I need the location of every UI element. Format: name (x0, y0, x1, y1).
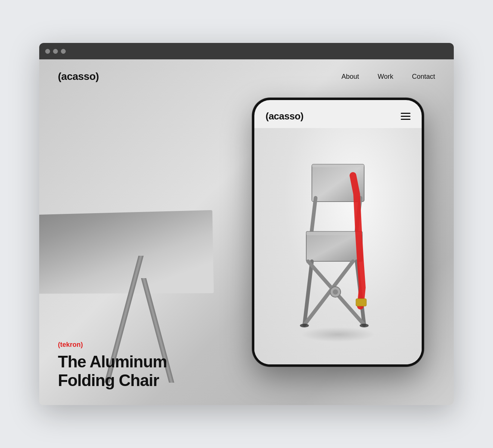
nav-about[interactable]: About (341, 73, 359, 81)
browser-chrome (39, 43, 454, 59)
svg-rect-4 (306, 231, 362, 261)
hero-text: (tekron) The Aluminum Folding Chair (58, 341, 167, 390)
table-surface (39, 210, 214, 294)
maximize-button[interactable] (61, 49, 66, 54)
phone-inner: (acasso) (254, 100, 422, 364)
category-label: (tekron) (58, 341, 167, 349)
hero-title-line1: The Aluminum (58, 352, 167, 371)
traffic-lights (45, 49, 66, 54)
website-content: (acasso) About Work Contact (tekron) The… (39, 59, 454, 405)
svg-point-12 (300, 324, 309, 327)
svg-rect-14 (356, 299, 366, 306)
hamburger-line-3 (401, 119, 410, 120)
svg-point-13 (360, 324, 369, 327)
hamburger-line-1 (401, 113, 410, 114)
phone-logo: (acasso) (266, 111, 304, 122)
nav-contact[interactable]: Contact (412, 73, 435, 81)
browser-window: (acasso) About Work Contact (tekron) The… (39, 43, 454, 405)
nav-links: About Work Contact (341, 73, 435, 81)
minimize-button[interactable] (53, 49, 58, 54)
svg-rect-1 (312, 164, 364, 167)
navigation: (acasso) About Work Contact (39, 59, 454, 94)
hero-title-line2: Folding Chair (58, 371, 159, 389)
nav-logo[interactable]: (acasso) (58, 71, 99, 83)
phone-nav: (acasso) (254, 100, 422, 128)
hamburger-menu-icon[interactable] (401, 113, 410, 120)
close-button[interactable] (45, 49, 50, 54)
svg-rect-5 (306, 231, 362, 235)
phone-mockup: (acasso) (252, 98, 424, 367)
hero-title: The Aluminum Folding Chair (58, 352, 167, 390)
chair-illustration (278, 157, 398, 336)
phone-chair-area (254, 128, 422, 364)
chair-svg (254, 128, 422, 364)
svg-point-11 (333, 289, 338, 295)
hamburger-line-2 (401, 116, 410, 117)
nav-work[interactable]: Work (378, 73, 393, 81)
